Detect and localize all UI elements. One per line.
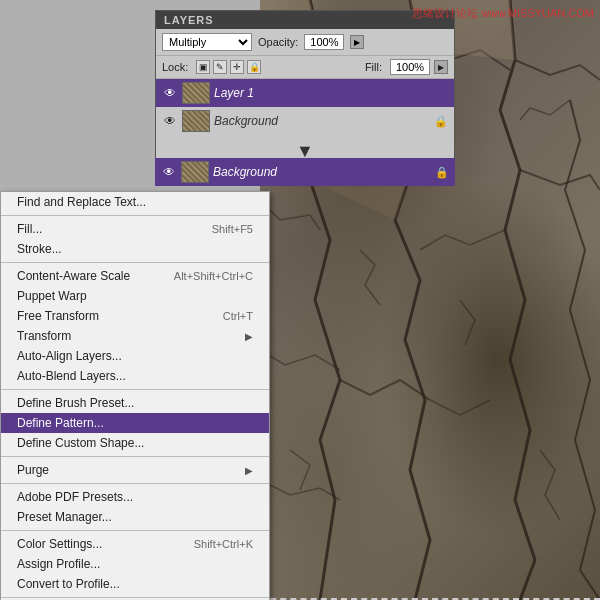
menu-item-label: Transform xyxy=(17,329,71,343)
menu-item-label: Free Transform xyxy=(17,309,99,323)
layers-controls-row: Multiply Normal Screen Overlay Opacity: … xyxy=(156,29,454,56)
menu-item-label: Convert to Profile... xyxy=(17,577,120,591)
menu-item-label: Define Custom Shape... xyxy=(17,436,144,450)
layer-thumb-background xyxy=(182,110,210,132)
menu-shortcut: Ctrl+T xyxy=(223,310,253,322)
lock-all-icon[interactable]: 🔒 xyxy=(247,60,261,74)
fill-arrow[interactable]: ▶ xyxy=(434,60,448,74)
lock-label: Lock: xyxy=(162,61,188,73)
menu-separator-1 xyxy=(1,215,269,216)
background-lock-icon: 🔒 xyxy=(434,115,448,128)
menu-item-label: Stroke... xyxy=(17,242,62,256)
layer-name-layer1: Layer 1 xyxy=(214,86,448,100)
menu-shortcut: Alt+Shift+Ctrl+C xyxy=(174,270,253,282)
opacity-label: Opacity: xyxy=(258,36,298,48)
menu-item-label: Define Brush Preset... xyxy=(17,396,134,410)
menu-item-label: Color Settings... xyxy=(17,537,102,551)
menu-separator-4 xyxy=(1,456,269,457)
layer-thumb-layer1 xyxy=(182,82,210,104)
layers-panel: LAYERS Multiply Normal Screen Overlay Op… xyxy=(155,10,455,169)
visibility-icon-background[interactable]: 👁 xyxy=(162,113,178,129)
opacity-input[interactable] xyxy=(304,34,344,50)
menu-separator-5 xyxy=(1,483,269,484)
layer-thumb-selected-bg xyxy=(181,161,209,183)
layer-row-layer1[interactable]: 👁 Layer 1 xyxy=(156,79,454,107)
menu-item-free-transform[interactable]: Free Transform Ctrl+T xyxy=(1,306,269,326)
fill-input[interactable] xyxy=(390,59,430,75)
menu-item-content-aware-scale[interactable]: Content-Aware Scale Alt+Shift+Ctrl+C xyxy=(1,266,269,286)
menu-item-auto-blend[interactable]: Auto-Blend Layers... xyxy=(1,366,269,386)
menu-separator-6 xyxy=(1,530,269,531)
menu-item-fill[interactable]: Fill... Shift+F5 xyxy=(1,219,269,239)
submenu-arrow-purge-icon: ▶ xyxy=(245,465,253,476)
menu-item-purge[interactable]: Purge ▶ xyxy=(1,460,269,480)
lock-row: Lock: ▣ ✎ ✛ 🔒 Fill: ▶ xyxy=(156,56,454,79)
selected-bg-lock-icon: 🔒 xyxy=(435,166,449,179)
opacity-arrow[interactable]: ▶ xyxy=(350,35,364,49)
menu-item-label: Auto-Align Layers... xyxy=(17,349,122,363)
menu-item-label: Fill... xyxy=(17,222,42,236)
menu-item-stroke[interactable]: Stroke... xyxy=(1,239,269,259)
lock-paint-icon[interactable]: ✎ xyxy=(213,60,227,74)
menu-item-label: Find and Replace Text... xyxy=(17,195,146,209)
menu-shortcut: Shift+F5 xyxy=(212,223,253,235)
menu-item-define-custom-shape[interactable]: Define Custom Shape... xyxy=(1,433,269,453)
menu-item-label: Content-Aware Scale xyxy=(17,269,130,283)
layer-row-background[interactable]: 👁 Background 🔒 xyxy=(156,107,454,135)
menu-item-color-settings[interactable]: Color Settings... Shift+Ctrl+K xyxy=(1,534,269,554)
layers-panel-title: LAYERS xyxy=(156,11,454,29)
layer-name-background: Background xyxy=(214,114,430,128)
context-menu: Find and Replace Text... Fill... Shift+F… xyxy=(0,191,270,600)
menu-item-convert-profile[interactable]: Convert to Profile... xyxy=(1,574,269,594)
watermark: 思绪设计论坛 www.MISSYUAN.COM xyxy=(412,6,594,21)
blend-mode-select[interactable]: Multiply Normal Screen Overlay xyxy=(162,33,252,51)
menu-item-label: Define Pattern... xyxy=(17,416,104,430)
menu-item-label: Purge xyxy=(17,463,49,477)
menu-shortcut: Shift+Ctrl+K xyxy=(194,538,253,550)
menu-item-pdf-presets[interactable]: Adobe PDF Presets... xyxy=(1,487,269,507)
visibility-icon-selected-bg[interactable]: 👁 xyxy=(161,164,177,180)
menu-item-define-pattern[interactable]: Define Pattern... xyxy=(1,413,269,433)
menu-item-auto-align[interactable]: Auto-Align Layers... xyxy=(1,346,269,366)
menu-separator-3 xyxy=(1,389,269,390)
menu-item-label: Puppet Warp xyxy=(17,289,87,303)
selected-bg-name: Background xyxy=(213,165,431,179)
fill-label: Fill: xyxy=(365,61,382,73)
menu-separator-2 xyxy=(1,262,269,263)
lock-move-icon[interactable]: ✛ xyxy=(230,60,244,74)
visibility-icon-layer1[interactable]: 👁 xyxy=(162,85,178,101)
menu-item-define-brush[interactable]: Define Brush Preset... xyxy=(1,393,269,413)
selected-background-layer[interactable]: 👁 Background 🔒 xyxy=(155,158,455,186)
menu-item-label: Preset Manager... xyxy=(17,510,112,524)
menu-item-label: Adobe PDF Presets... xyxy=(17,490,133,504)
lock-icons: ▣ ✎ ✛ 🔒 xyxy=(196,60,261,74)
lock-transparency-icon[interactable]: ▣ xyxy=(196,60,210,74)
submenu-arrow-icon: ▶ xyxy=(245,331,253,342)
menu-separator-7 xyxy=(1,597,269,598)
menu-item-puppet-warp[interactable]: Puppet Warp xyxy=(1,286,269,306)
menu-item-label: Assign Profile... xyxy=(17,557,100,571)
menu-item-preset-manager[interactable]: Preset Manager... xyxy=(1,507,269,527)
menu-item-label: Auto-Blend Layers... xyxy=(17,369,126,383)
menu-item-assign-profile[interactable]: Assign Profile... xyxy=(1,554,269,574)
menu-item-find-replace[interactable]: Find and Replace Text... xyxy=(1,192,269,212)
menu-item-transform[interactable]: Transform ▶ xyxy=(1,326,269,346)
